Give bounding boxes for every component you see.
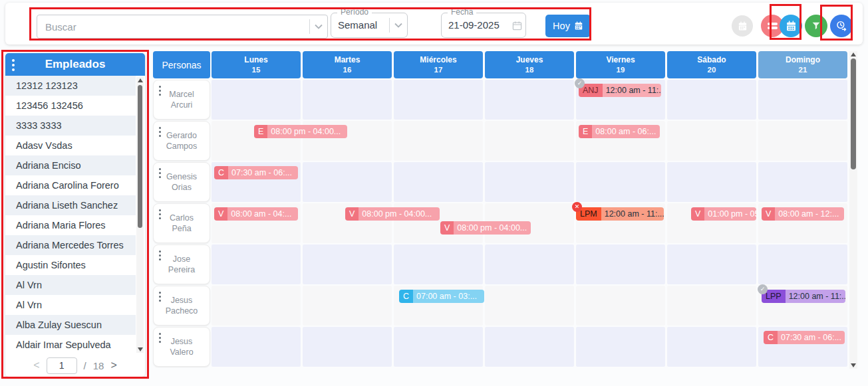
rejected-badge-icon[interactable]: ✕ — [572, 202, 582, 212]
employee-item[interactable]: Al Vrn — [5, 295, 136, 315]
calendar-cell[interactable] — [394, 162, 483, 202]
employee-item[interactable]: Al Vrn — [5, 275, 136, 295]
calendar-scrollbar[interactable] — [849, 51, 857, 369]
day-header-sabado[interactable]: Sábado20 — [667, 51, 756, 78]
kebab-menu-icon[interactable] — [159, 332, 161, 343]
day-header-viernes[interactable]: Viernes19 — [576, 51, 665, 78]
scroll-up-icon[interactable] — [851, 52, 856, 56]
calendar-cell[interactable] — [485, 244, 574, 284]
employee-item[interactable]: 123456 132456 — [5, 96, 136, 116]
approved-badge-icon[interactable]: ✓ — [575, 78, 585, 88]
day-header-jueves[interactable]: Jueves18 — [485, 51, 574, 78]
employee-item[interactable]: 3333 3333 — [5, 116, 136, 136]
employee-item[interactable]: Adriana Liseth Sanchez — [5, 195, 136, 215]
person-card[interactable]: Gerardo Campos — [153, 121, 210, 161]
calendar-cell[interactable] — [758, 121, 847, 161]
calendar-cell[interactable] — [394, 80, 483, 120]
date-picker[interactable]: Fecha 21-09-2025 — [441, 13, 526, 38]
calendar-cell[interactable] — [667, 121, 756, 161]
person-card[interactable]: Marcel Arcuri — [153, 80, 210, 120]
person-card[interactable]: Jesus Valero — [153, 327, 210, 367]
scroll-down-icon[interactable] — [138, 347, 143, 351]
calendar-cell[interactable] — [667, 244, 756, 284]
calendar-cell[interactable] — [212, 244, 301, 284]
calendar-cell[interactable] — [667, 327, 756, 367]
calendar-cell[interactable] — [576, 162, 665, 202]
employee-item[interactable]: Adriana Enciso — [5, 155, 136, 175]
employee-item[interactable]: Adasv Vsdas — [5, 136, 136, 155]
shift-rotation-button[interactable] — [830, 15, 853, 37]
event-chip[interactable]: V08:00 am - 12:... — [762, 207, 844, 221]
event-chip[interactable]: LPP12:00 am - 11:...✓ — [762, 290, 845, 303]
day-header-lunes[interactable]: Lunes15 — [212, 51, 301, 78]
calendar-cell[interactable] — [485, 80, 574, 120]
calendar-cell[interactable] — [303, 327, 392, 367]
event-chip[interactable]: C07:00 am - 03:... — [399, 290, 484, 303]
person-card[interactable]: Carlos Peña — [153, 203, 210, 243]
employee-item[interactable]: Adriana Carolina Forero — [5, 175, 136, 195]
next-page-button[interactable]: > — [110, 359, 116, 371]
calendar-cell[interactable] — [576, 244, 665, 284]
event-chip[interactable]: C07:30 am - 06:... — [764, 331, 845, 344]
calendar-cell[interactable] — [394, 121, 483, 161]
scroll-down-icon[interactable] — [851, 363, 856, 367]
employee-item[interactable]: Adriana Maria Flores — [5, 215, 136, 235]
day-header-martes[interactable]: Martes16 — [303, 51, 392, 78]
approved-badge-icon[interactable]: ✓ — [758, 284, 768, 294]
person-card[interactable]: Jose Pereira — [153, 244, 210, 284]
calendar-cell[interactable] — [576, 327, 665, 367]
filter-button[interactable] — [805, 15, 827, 37]
chevron-down-icon[interactable] — [310, 24, 327, 29]
calendar-cell[interactable] — [394, 244, 483, 284]
calendar-cell[interactable] — [303, 162, 392, 202]
calendar-cell[interactable] — [394, 327, 483, 367]
calendar-outline-icon[interactable] — [508, 21, 525, 31]
chevron-down-icon[interactable] — [390, 23, 407, 28]
event-chip[interactable]: V01:00 pm - 05:... — [691, 207, 756, 221]
scrollbar-thumb[interactable] — [138, 85, 142, 228]
person-card[interactable]: Genesis Orias — [153, 162, 210, 202]
calendar-cell[interactable] — [303, 80, 392, 120]
calendar-cell[interactable] — [758, 80, 847, 120]
event-chip[interactable]: V08:00 pm - 04:00... — [440, 221, 531, 235]
employee-item[interactable]: Aldair Imar Sepulveda — [5, 335, 136, 354]
kebab-menu-icon[interactable] — [159, 126, 161, 138]
calendar-cell[interactable] — [212, 327, 301, 367]
page-input[interactable] — [47, 357, 77, 374]
previous-page-button[interactable]: < — [33, 359, 39, 371]
kebab-menu-icon[interactable] — [12, 58, 15, 72]
employee-item[interactable]: Adriana Mercedes Torres — [5, 235, 136, 255]
calendar-view-button[interactable] — [780, 15, 802, 37]
calendar-cell[interactable] — [303, 244, 392, 284]
event-chip[interactable]: LPM12:00 am - 11:...✕ — [576, 207, 664, 221]
calendar-cell[interactable] — [758, 162, 847, 202]
today-button[interactable]: Hoy — [545, 15, 591, 37]
employee-item[interactable]: 12312 123123 — [5, 76, 136, 96]
calendar-cell[interactable] — [576, 286, 665, 326]
kebab-menu-icon[interactable] — [159, 290, 161, 302]
event-chip[interactable]: E08:00 pm - 04:00... — [254, 125, 347, 138]
kebab-menu-icon[interactable] — [159, 84, 161, 96]
kebab-menu-icon[interactable] — [159, 167, 161, 179]
event-chip[interactable]: ANJ12:00 am - 11:...✓ — [579, 84, 661, 97]
calendar-cell[interactable] — [667, 286, 756, 326]
day-header-domingo[interactable]: Domingo21 — [758, 51, 847, 78]
calendar-cell[interactable] — [212, 286, 301, 326]
calendar-cell[interactable] — [485, 286, 574, 326]
scrollbar-thumb[interactable] — [851, 58, 856, 169]
search-combobox[interactable] — [37, 15, 328, 39]
event-chip[interactable]: V08:00 am - 04:... — [214, 207, 298, 221]
employee-item[interactable]: Agustin Sifontes — [5, 255, 136, 275]
event-chip[interactable]: E08:00 am - 06:... — [579, 125, 660, 138]
calendar-cell[interactable] — [303, 286, 392, 326]
calendar-cell[interactable] — [212, 80, 301, 120]
event-chip[interactable]: C07:30 am - 06:... — [214, 166, 298, 179]
calendar-cell[interactable] — [667, 162, 756, 202]
search-input[interactable] — [37, 21, 309, 33]
calendar-cell[interactable] — [485, 162, 574, 202]
scroll-up-icon[interactable] — [138, 78, 143, 82]
employee-item[interactable]: Alba Zulay Suescun — [5, 315, 136, 335]
calendar-cell[interactable] — [485, 327, 574, 367]
kebab-menu-icon[interactable] — [159, 249, 161, 261]
day-header-miercoles[interactable]: Miércoles17 — [394, 51, 483, 78]
